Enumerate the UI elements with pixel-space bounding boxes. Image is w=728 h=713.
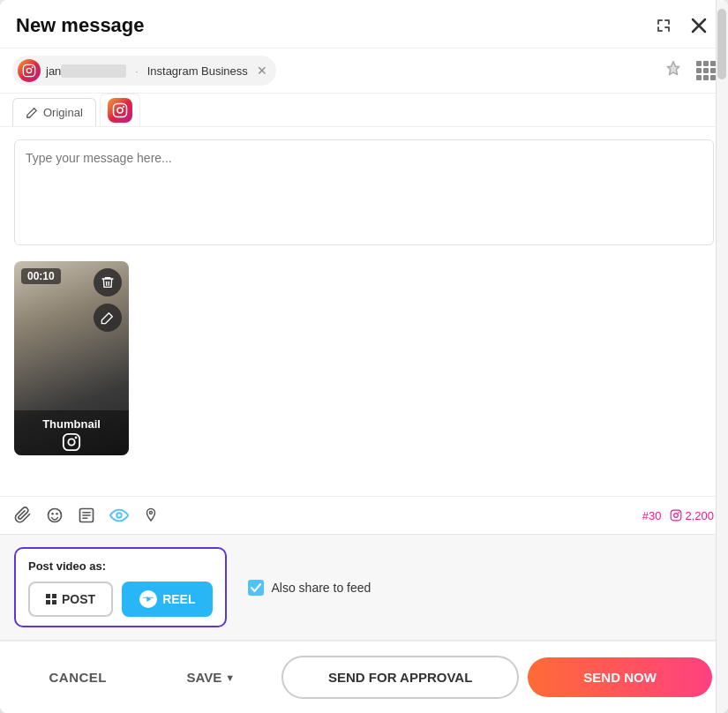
svg-point-16: [150, 512, 153, 514]
recipient-channel: Instagram Business: [147, 64, 248, 78]
toolbar-right: #30 2,200: [642, 509, 714, 522]
modal-title: New message: [16, 14, 145, 37]
share-to-feed-label: Also share to feed: [271, 581, 371, 595]
thumbnail-instagram-icon: [62, 432, 81, 452]
thumbnail-label-text: Thumbnail: [42, 417, 101, 431]
svg-point-1: [26, 68, 31, 72]
svg-point-19: [679, 512, 680, 514]
svg-rect-17: [672, 510, 682, 521]
recipient-bar: jan████████ · Instagram Business ✕: [0, 49, 728, 94]
share-to-feed-checkbox[interactable]: [248, 580, 264, 596]
instagram-icon: [112, 102, 128, 118]
post-grid-icon: [46, 594, 56, 604]
preview-eye-icon: [109, 506, 129, 525]
recipient-remove-button[interactable]: ✕: [257, 64, 267, 78]
send-for-approval-button[interactable]: SEND FOR APPROVAL: [281, 656, 519, 699]
save-button[interactable]: SAVE ▼: [149, 657, 274, 697]
save-label: SAVE: [187, 670, 222, 685]
emoji-icon: [46, 507, 64, 524]
svg-point-9: [68, 439, 74, 445]
note-icon: [78, 507, 95, 524]
preview-button[interactable]: [109, 506, 129, 525]
media-thumbnail: 00:10 Thumbnail: [14, 261, 129, 455]
post-type-buttons: POST REEL: [28, 582, 213, 617]
svg-point-5: [123, 106, 124, 108]
checkmark-icon: [251, 583, 261, 592]
send-now-button[interactable]: SEND NOW: [528, 657, 712, 697]
expand-icon: [656, 18, 672, 34]
message-area: 00:10 Thumbnail: [0, 127, 728, 496]
location-button[interactable]: [143, 507, 159, 524]
recipient-name: jan████████: [46, 64, 126, 78]
message-input[interactable]: [14, 139, 714, 245]
char-count: #30: [642, 509, 662, 522]
note-button[interactable]: [78, 507, 95, 524]
svg-point-18: [674, 514, 679, 518]
options-section: Post video as: POST: [0, 534, 728, 641]
ig-count-value: 2,200: [685, 509, 714, 522]
post-type-post-button[interactable]: POST: [28, 582, 113, 617]
ig-count-icon: [670, 509, 682, 522]
reel-label: REEL: [162, 592, 195, 606]
svg-rect-3: [113, 104, 126, 117]
share-feed-row: Also share to feed: [248, 580, 371, 596]
attachment-button[interactable]: [14, 507, 32, 524]
recipient-chip: jan████████ · Instagram Business ✕: [12, 56, 276, 86]
close-icon: [691, 18, 707, 34]
delete-media-button[interactable]: [94, 268, 122, 296]
instagram-tab-icon: [108, 98, 132, 123]
ig-count: 2,200: [670, 509, 714, 522]
svg-point-12: [51, 513, 54, 515]
pin-icon: [664, 60, 682, 78]
cancel-button[interactable]: CANCEL: [16, 657, 140, 697]
pin-button[interactable]: [664, 60, 682, 82]
attachment-icon: [14, 507, 32, 524]
instagram-avatar-icon: [22, 64, 36, 78]
post-video-box: Post video as: POST: [14, 547, 227, 627]
footer-actions: CANCEL SAVE ▼ SEND FOR APPROVAL SEND NOW: [0, 641, 728, 713]
toolbar-row: #30 2,200: [0, 496, 728, 534]
tab-original-label: Original: [43, 106, 83, 119]
svg-point-10: [75, 437, 78, 439]
pencil-icon: [26, 107, 38, 119]
post-type-reel-button[interactable]: REEL: [122, 582, 213, 617]
reel-icon: [139, 590, 157, 608]
edit-media-button[interactable]: [94, 304, 122, 332]
tab-instagram[interactable]: [100, 94, 140, 126]
scrollbar-track[interactable]: [716, 0, 728, 713]
svg-point-2: [32, 66, 34, 68]
edit-icon: [101, 311, 115, 325]
recipient-avatar: [18, 59, 41, 82]
expand-button[interactable]: [650, 12, 677, 39]
svg-point-4: [117, 108, 123, 113]
svg-rect-0: [23, 64, 34, 76]
video-duration: 00:10: [21, 268, 61, 284]
modal-header: New message: [0, 0, 728, 49]
header-actions: [650, 12, 712, 39]
grid-apps-button[interactable]: [696, 61, 716, 80]
thumbnail-label: Thumbnail: [14, 410, 129, 455]
svg-point-13: [56, 513, 58, 515]
svg-point-15: [116, 513, 122, 518]
tabs-row: Original: [0, 94, 728, 127]
post-video-label: Post video as:: [28, 559, 213, 573]
location-icon: [143, 507, 159, 524]
tab-original[interactable]: Original: [12, 98, 96, 126]
scrollbar-thumb[interactable]: [717, 9, 726, 79]
save-dropdown-icon: ▼: [225, 672, 235, 683]
svg-rect-8: [64, 434, 79, 450]
trash-icon: [101, 275, 115, 289]
emoji-button[interactable]: [46, 507, 64, 524]
reel-play-icon: [142, 593, 154, 605]
post-label: POST: [62, 592, 95, 606]
close-button[interactable]: [686, 12, 712, 39]
new-message-modal: New message jan███: [0, 0, 728, 713]
